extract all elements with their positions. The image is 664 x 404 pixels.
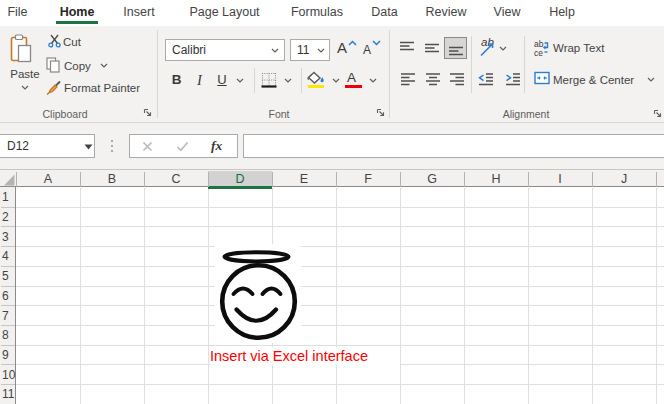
smiley-halo-image — [215, 244, 301, 343]
tab-file[interactable]: File — [7, 0, 27, 26]
top-align-button[interactable] — [399, 40, 415, 56]
insert-function-icon[interactable]: fx — [211, 138, 222, 154]
align-left-button[interactable] — [400, 72, 416, 88]
row-header-4[interactable]: 4 — [2, 249, 15, 263]
column-header-f[interactable]: F — [364, 170, 372, 187]
font-name-value: Calibri — [172, 43, 206, 57]
font-name-combobox[interactable]: Calibri — [165, 39, 285, 61]
column-header-divider — [400, 172, 401, 187]
column-header-h[interactable]: H — [491, 170, 500, 187]
column-header-i[interactable]: I — [558, 170, 561, 187]
tab-data[interactable]: Data — [371, 0, 397, 26]
row-header-divider — [1, 266, 15, 267]
gridline-horizontal — [16, 207, 664, 208]
underline-icon: U — [217, 72, 226, 87]
column-header-divider — [208, 172, 209, 187]
row-header-9[interactable]: 9 — [2, 348, 15, 362]
name-box[interactable]: D12 — [0, 134, 95, 158]
copy-button[interactable]: Copy — [46, 57, 146, 73]
font-color-button[interactable]: A — [345, 71, 377, 90]
column-header-divider — [80, 172, 81, 187]
font-size-value: 11 — [297, 43, 309, 57]
row-header-divider — [1, 207, 15, 208]
increase-indent-icon — [505, 72, 521, 88]
column-header-e[interactable]: E — [300, 170, 308, 187]
inserted-image[interactable] — [215, 244, 301, 343]
decrease-font-size-icon: A — [363, 43, 371, 57]
increase-font-size-button[interactable]: A — [337, 38, 359, 60]
row-header-divider — [1, 345, 15, 346]
row-header-6[interactable]: 6 — [2, 289, 15, 303]
column-header-j[interactable]: J — [621, 170, 627, 187]
column-header-divider — [336, 172, 337, 187]
column-header-b[interactable]: B — [108, 170, 116, 187]
italic-icon: I — [197, 72, 202, 88]
row-header-1[interactable]: 1 — [2, 190, 15, 204]
column-header-g[interactable]: G — [427, 170, 437, 187]
format-painter-button[interactable]: Format Painter — [46, 79, 156, 96]
tab-page-layout[interactable]: Page Layout — [189, 0, 259, 26]
gridline-vertical — [80, 188, 81, 404]
row-header-5[interactable]: 5 — [2, 269, 15, 283]
align-right-icon — [449, 72, 465, 88]
align-center-icon — [425, 72, 441, 88]
gridline-vertical — [208, 188, 209, 404]
row-header-divider — [1, 364, 15, 365]
column-header-a[interactable]: A — [44, 170, 52, 187]
bottom-align-button[interactable] — [444, 37, 467, 59]
row-header-8[interactable]: 8 — [2, 328, 15, 342]
tab-help[interactable]: Help — [549, 0, 575, 26]
row-header-7[interactable]: 7 — [2, 309, 15, 323]
wrap-text-button[interactable]: ab ce Wrap Text — [534, 39, 654, 57]
gridline-vertical — [656, 188, 657, 404]
increase-indent-button[interactable] — [505, 72, 521, 88]
align-right-button[interactable] — [449, 72, 465, 88]
row-header-10[interactable]: 10 — [2, 368, 15, 382]
cut-label: Cut — [63, 36, 81, 48]
tab-insert[interactable]: Insert — [123, 0, 154, 26]
tab-formulas[interactable]: Formulas — [291, 0, 343, 26]
gridline-horizontal — [16, 286, 664, 287]
gridline-vertical — [144, 188, 145, 404]
fill-color-button[interactable] — [307, 71, 339, 90]
row-header-divider — [1, 286, 15, 287]
paste-label: Paste — [10, 68, 40, 80]
underline-button[interactable]: U — [215, 72, 229, 89]
merge-center-label: Merge & Center — [553, 74, 634, 86]
row-header-3[interactable]: 3 — [2, 230, 15, 244]
column-header-divider — [528, 172, 529, 187]
paste-button[interactable]: Paste — [10, 33, 40, 95]
middle-align-button[interactable] — [424, 40, 440, 56]
column-headers: A B C D E F G H I J — [0, 169, 664, 187]
italic-button[interactable]: I — [193, 72, 206, 89]
column-header-divider — [592, 172, 593, 187]
svg-text:ce: ce — [534, 48, 543, 57]
borders-button[interactable] — [261, 72, 291, 90]
merge-center-button[interactable]: Merge & Center — [534, 70, 664, 88]
column-header-d[interactable]: D — [235, 170, 244, 187]
gridline-horizontal — [16, 226, 664, 227]
tab-review[interactable]: Review — [426, 0, 467, 26]
bold-button[interactable]: B — [169, 72, 184, 89]
tab-view[interactable]: View — [494, 0, 521, 26]
gridline-vertical — [528, 188, 529, 404]
row-header-2[interactable]: 2 — [2, 210, 15, 224]
align-center-button[interactable] — [425, 72, 441, 88]
orientation-button[interactable]: ab — [478, 38, 512, 58]
format-painter-label: Format Painter — [64, 82, 140, 94]
row-header-11[interactable]: 11 — [2, 387, 15, 401]
font-group-label: Font — [268, 108, 289, 120]
column-header-divider — [144, 172, 145, 187]
row-header-divider — [1, 325, 15, 326]
row-header-divider — [1, 384, 15, 385]
copy-label: Copy — [64, 60, 91, 72]
formula-input[interactable] — [243, 134, 664, 158]
cells-area[interactable] — [16, 187, 664, 404]
decrease-indent-button[interactable] — [478, 72, 494, 88]
row-headers: 1 2 3 4 5 6 7 8 9 10 11 — [0, 187, 16, 404]
cut-button[interactable]: Cut — [46, 33, 146, 49]
decrease-font-size-button[interactable]: A — [362, 40, 384, 60]
font-size-combobox[interactable]: 11 — [290, 39, 330, 61]
clipboard-group-label: Clipboard — [43, 108, 88, 120]
column-header-c[interactable]: C — [171, 170, 180, 187]
